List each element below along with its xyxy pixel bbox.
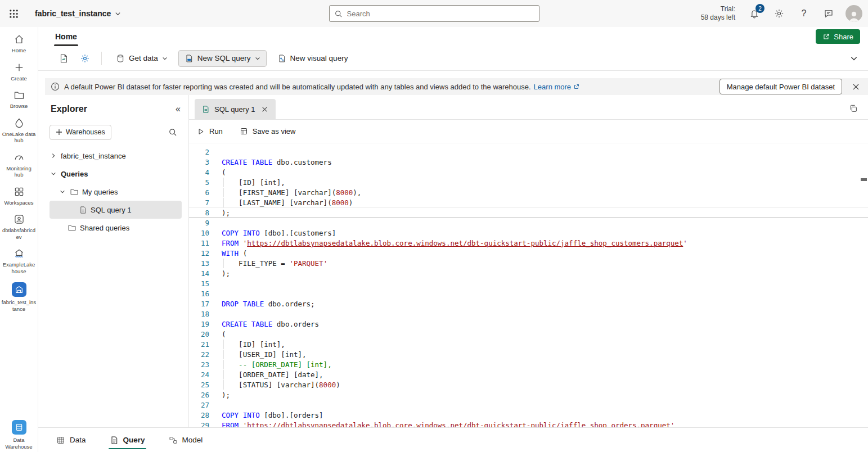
tree-item-my-queries[interactable]: My queries <box>38 183 188 201</box>
monitoring-gauge-icon <box>14 152 25 163</box>
code-line[interactable]: 22 [USER_ID] [int], <box>189 349 868 359</box>
save-as-view-button[interactable]: Save as view <box>240 127 296 135</box>
code-line[interactable]: 12WITH ( <box>189 248 868 258</box>
save-as-view-icon <box>240 127 248 135</box>
fabric-app-window: fabric_test_instance Trial: 58 days left… <box>0 0 868 452</box>
line-number: 16 <box>189 290 209 298</box>
banner-close-icon[interactable] <box>849 80 862 93</box>
code-line[interactable]: 29FROM 'https://dbtlabsynapsedatalake.bl… <box>189 420 868 427</box>
query-tab-sql-query-1[interactable]: SQL query 1 <box>195 99 276 119</box>
nav-item-examplelakehouse[interactable]: ExampleLakehouse <box>1 248 38 274</box>
get-data-button[interactable]: Get data <box>110 50 174 67</box>
nav-item-create[interactable]: Create <box>1 62 38 82</box>
feedback-icon[interactable] <box>821 6 836 21</box>
code-line[interactable]: 3CREATE TABLE dbo.customers <box>189 157 868 167</box>
code-line[interactable]: 18 <box>189 309 868 319</box>
code-line[interactable]: 23 -- [ORDER_DATE] [int], <box>189 359 868 369</box>
run-button[interactable]: Run <box>197 127 223 135</box>
new-visual-query-button[interactable]: New visual query <box>271 50 354 67</box>
code-line[interactable]: 27 <box>189 400 868 410</box>
tab-query[interactable]: Query <box>110 428 145 452</box>
plus-icon <box>14 62 25 73</box>
code-line[interactable]: 11FROM 'https://dbtlabsynapsedatalake.bl… <box>189 238 868 248</box>
ribbon-collapse-chevron-icon[interactable] <box>850 55 858 62</box>
learn-more-link[interactable]: Learn more <box>534 83 580 91</box>
code-line[interactable]: 20( <box>189 329 868 339</box>
code-line[interactable]: 2 <box>189 147 868 157</box>
tree-item-shared-queries[interactable]: Shared queries <box>38 219 188 237</box>
code-line[interactable]: 26); <box>189 390 868 400</box>
close-tab-icon[interactable] <box>260 104 270 114</box>
user-avatar[interactable] <box>845 5 862 22</box>
search-input[interactable] <box>347 10 534 18</box>
code-line[interactable]: 16 <box>189 288 868 299</box>
tab-home[interactable]: Home <box>55 27 77 46</box>
nav-item-dbtlabsfabricdev[interactable]: dbtlabsfabricdev <box>1 214 38 240</box>
ribbon-toolbar: Get data New SQL query New visual query <box>38 46 868 71</box>
code-line[interactable]: 4( <box>189 167 868 177</box>
code-line[interactable]: 8); <box>189 207 868 218</box>
code-text: FROM 'https://dbtlabsynapsedatalake.blob… <box>209 239 687 247</box>
nav-item-onelake-data-hub[interactable]: OneLake data hub <box>1 117 38 144</box>
visual-query-icon <box>277 54 286 63</box>
chevron-right-icon[interactable] <box>50 153 57 159</box>
sql-code-editor[interactable]: 23CREATE TABLE dbo.customers4(5 [ID] [in… <box>189 143 868 427</box>
line-number: 7 <box>189 198 209 207</box>
line-number: 6 <box>189 188 209 197</box>
nav-item-label: Data Warehouse <box>2 437 37 450</box>
nav-item-home[interactable]: Home <box>1 34 38 54</box>
data-grid-icon <box>56 436 65 445</box>
code-text: [ORDER_DATE] [date], <box>209 370 323 379</box>
code-area: 23CREATE TABLE dbo.customers4(5 [ID] [in… <box>189 147 868 427</box>
code-line[interactable]: 17DROP TABLE dbo.orders; <box>189 299 868 309</box>
new-report-icon[interactable] <box>55 50 72 67</box>
tab-data[interactable]: Data <box>56 428 86 452</box>
code-line[interactable]: 6 [FIRST_NAME] [varchar](8000), <box>189 187 868 197</box>
nav-item-browse[interactable]: Browse <box>1 89 38 110</box>
code-line[interactable]: 7 [LAST_NAME] [varchar](8000) <box>189 197 868 207</box>
chevron-down-icon[interactable] <box>50 171 57 177</box>
default-dataset-banner: A default Power BI dataset for faster re… <box>45 78 868 95</box>
help-icon[interactable]: ? <box>796 6 812 21</box>
code-line[interactable]: 9 <box>189 218 868 228</box>
tree-item-sql-query-1[interactable]: SQL query 1 <box>50 201 182 219</box>
code-line[interactable]: 24 [ORDER_DATE] [date], <box>189 369 868 379</box>
code-line[interactable]: 28COPY INTO [dbo].[orders] <box>189 410 868 420</box>
model-diagram-icon <box>169 436 178 445</box>
collapse-panel-icon[interactable]: « <box>176 104 181 114</box>
bottom-view-switcher: Data Query Model <box>38 427 868 452</box>
workspace-name: fabric_test_instance <box>35 9 111 18</box>
share-button[interactable]: Share <box>816 29 860 44</box>
code-line[interactable]: 10COPY INTO [dbo].[customers] <box>189 228 868 238</box>
line-number: 26 <box>189 391 209 399</box>
settings-gear-icon[interactable] <box>771 6 787 21</box>
line-number: 24 <box>189 370 209 379</box>
code-line[interactable]: 21 [ID] [int], <box>189 339 868 349</box>
explorer-search-icon[interactable] <box>165 124 181 140</box>
code-line[interactable]: 5 [ID] [int], <box>189 177 868 187</box>
add-warehouses-button[interactable]: Warehouses <box>50 125 111 140</box>
tab-model[interactable]: Model <box>169 428 203 452</box>
query-tab-label: SQL query 1 <box>214 105 255 114</box>
code-line[interactable]: 13 FILE_TYPE = 'PARQUET' <box>189 258 868 268</box>
new-sql-query-button[interactable]: New SQL query <box>178 50 267 67</box>
nav-item-workspaces[interactable]: Workspaces <box>1 186 38 206</box>
nav-item-fabric-test-instance[interactable]: fabric_test_instance <box>1 282 38 312</box>
tree-item-queries[interactable]: Queries <box>38 165 188 183</box>
nav-item-monitoring-hub[interactable]: Monitoring hub <box>1 152 38 178</box>
nav-item-data-warehouse[interactable]: Data Warehouse <box>1 420 38 450</box>
code-text: ); <box>209 391 230 399</box>
warehouse-settings-gear-icon[interactable] <box>77 50 93 67</box>
chevron-down-icon[interactable] <box>59 189 66 195</box>
code-line[interactable]: 14); <box>189 268 868 278</box>
explorer-title: Explorer <box>51 104 87 114</box>
code-line[interactable]: 19CREATE TABLE dbo.orders <box>189 319 868 329</box>
app-launcher-waffle-icon[interactable] <box>0 0 27 27</box>
workspace-switcher[interactable]: fabric_test_instance <box>35 9 121 18</box>
manage-default-dataset-button[interactable]: Manage default Power BI dataset <box>719 79 842 94</box>
code-line[interactable]: 25 [STATUS] [varchar](8000) <box>189 379 868 390</box>
notifications-bell-icon[interactable]: 2 <box>746 6 762 21</box>
copy-icon[interactable] <box>847 102 860 115</box>
code-line[interactable]: 15 <box>189 278 868 288</box>
tree-item-fabric-test-instance[interactable]: fabric_test_instance <box>38 147 188 165</box>
